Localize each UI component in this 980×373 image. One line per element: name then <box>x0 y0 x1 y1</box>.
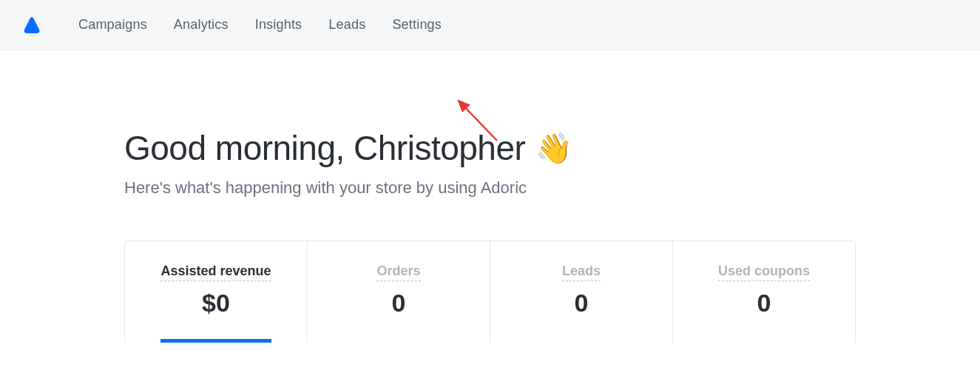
stats-row: Assisted revenue $0 Orders 0 Leads 0 Use… <box>124 241 856 343</box>
stat-value: 0 <box>688 289 840 317</box>
nav-settings[interactable]: Settings <box>392 17 442 33</box>
nav-campaigns[interactable]: Campaigns <box>78 17 147 33</box>
wave-icon: 👋 <box>535 131 572 166</box>
stat-label: Orders <box>376 263 420 281</box>
stat-value: 0 <box>322 289 475 317</box>
stat-value: $0 <box>140 289 292 317</box>
greeting-heading: Good morning, Christopher 👋 <box>124 128 856 168</box>
nav-analytics[interactable]: Analytics <box>174 17 229 33</box>
nav-leads[interactable]: Leads <box>328 17 365 33</box>
stat-card-assisted-revenue[interactable]: Assisted revenue $0 <box>125 241 308 343</box>
brand-logo[interactable] <box>21 14 43 36</box>
greeting-text: Good morning, Christopher <box>124 128 525 168</box>
stat-card-orders[interactable]: Orders 0 <box>308 241 490 343</box>
main-content: Good morning, Christopher 👋 Here's what'… <box>0 50 980 343</box>
triangle-logo-icon <box>21 15 42 36</box>
greeting-subtitle: Here's what's happening with your store … <box>124 178 856 198</box>
stat-label: Used coupons <box>718 263 810 281</box>
nav-insights[interactable]: Insights <box>255 17 303 33</box>
stat-card-leads[interactable]: Leads 0 <box>490 241 673 343</box>
stat-value: 0 <box>505 289 658 317</box>
stat-card-used-coupons[interactable]: Used coupons 0 <box>673 241 855 343</box>
main-nav: Campaigns Analytics Insights Leads Setti… <box>78 17 442 33</box>
stat-label: Assisted revenue <box>160 263 271 281</box>
topbar: Campaigns Analytics Insights Leads Setti… <box>0 0 980 50</box>
stat-label: Leads <box>562 263 601 281</box>
active-tab-underline <box>160 339 271 343</box>
